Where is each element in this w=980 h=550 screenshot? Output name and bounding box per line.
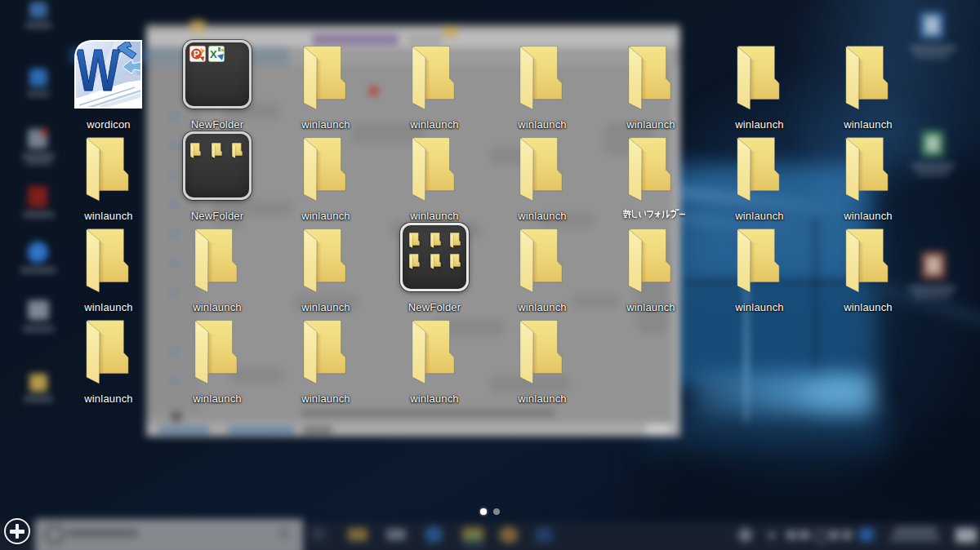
svg-text:W: W bbox=[77, 39, 120, 104]
svg-text:X: X bbox=[210, 48, 217, 60]
svg-text:P: P bbox=[194, 49, 199, 59]
